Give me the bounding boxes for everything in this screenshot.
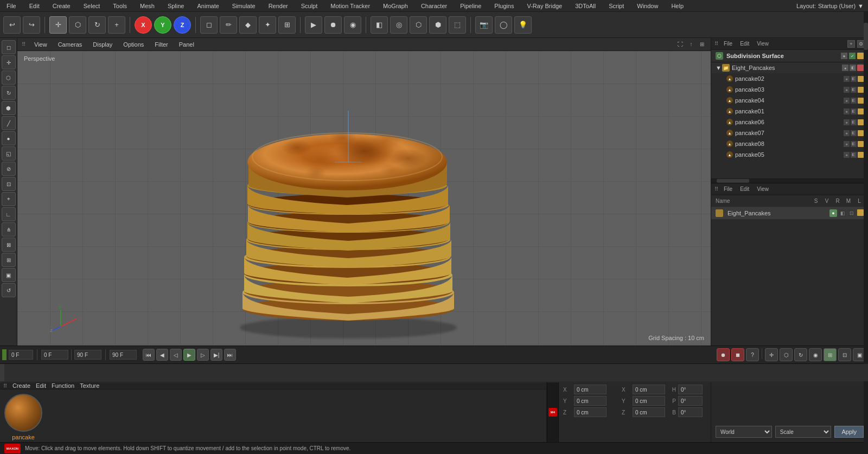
p02-v[interactable]: ●	[844, 76, 850, 82]
p03-r[interactable]: ◧	[851, 87, 857, 93]
ep-icon2[interactable]: ◧	[850, 65, 856, 71]
layout-selector[interactable]: Layout: Startup (User) ▼	[796, 3, 864, 9]
eight-pancakes-panel-item[interactable]: Eight_Pancakes ● ◧ ⊡	[711, 207, 868, 219]
om-view-menu[interactable]: View	[755, 40, 771, 47]
viewport-icon-3[interactable]: ⊞	[698, 40, 706, 49]
ep-s-icon[interactable]: ●	[829, 209, 837, 217]
menu-create[interactable]: Create	[50, 2, 73, 10]
menu-select[interactable]: Select	[81, 2, 103, 10]
menu-tools[interactable]: Tools	[111, 2, 129, 10]
paint-tool[interactable]: ✏	[220, 16, 237, 34]
y-axis-button[interactable]: Y	[154, 16, 171, 34]
rp-scrollbar-thumb-v[interactable]	[864, 38, 868, 50]
sub-check-icon[interactable]: ✓	[849, 53, 856, 59]
rp-scrollbar-h[interactable]	[711, 179, 868, 183]
menu-window[interactable]: Window	[635, 2, 660, 10]
ep-v-icon[interactable]: ◧	[839, 209, 846, 217]
viewport-icon-2[interactable]: ↑	[687, 40, 695, 49]
menu-help[interactable]: Help	[669, 2, 686, 10]
light-tool[interactable]: 💡	[514, 16, 532, 34]
pancake03-item[interactable]: ▲ pancake03 ● ◧	[711, 84, 868, 95]
play-forward-tool[interactable]: ▶	[305, 16, 322, 34]
p06-color[interactable]	[858, 119, 864, 125]
mat-texture-menu[interactable]: Texture	[80, 382, 99, 389]
p02-r[interactable]: ◧	[851, 76, 857, 82]
menu-simulate[interactable]: Simulate	[230, 2, 258, 10]
scale-select[interactable]: Scale	[775, 426, 832, 438]
sub-vis-icon[interactable]: ●	[841, 53, 847, 59]
sidebar-measure-tool[interactable]: ∟	[2, 207, 16, 221]
pancake04-item[interactable]: ▲ pancake04 ● ◧	[711, 95, 868, 106]
extra-btn-2[interactable]: ⬡	[780, 348, 793, 361]
am-edit-menu[interactable]: Edit	[738, 186, 751, 193]
menu-edit[interactable]: Edit	[27, 2, 42, 10]
menu-script[interactable]: Script	[607, 2, 626, 10]
stop-button[interactable]: ⏹	[731, 348, 744, 361]
p05-r[interactable]: ◧	[851, 152, 857, 158]
p01-v[interactable]: ●	[844, 108, 850, 114]
ep-r-icon[interactable]: ⊡	[848, 209, 856, 217]
ep-panel-color[interactable]	[857, 209, 864, 216]
scale-tool[interactable]: ⬡	[69, 16, 86, 34]
sidebar-bend-tool[interactable]: ↺	[2, 283, 16, 297]
p07-r[interactable]: ◧	[851, 130, 857, 136]
sidebar-edge-tool[interactable]: ╱	[2, 116, 16, 130]
rp-scrollbar-thumb-h[interactable]	[717, 179, 749, 183]
sidebar-scale-tool[interactable]: ⬡	[2, 71, 16, 85]
viewport-menu-options[interactable]: Options	[121, 40, 146, 49]
p01-r[interactable]: ◧	[851, 108, 857, 114]
menu-plugins[interactable]: Plugins	[492, 2, 516, 10]
record-active-button[interactable]: ⏺	[717, 348, 730, 361]
undo-button[interactable]: ↩	[3, 16, 21, 34]
layout-dropdown-icon[interactable]: ▼	[858, 3, 864, 9]
end-frame-input[interactable]	[74, 350, 101, 360]
transform-tool[interactable]: +	[108, 16, 125, 34]
am-view-menu[interactable]: View	[755, 186, 771, 193]
apply-button[interactable]: Apply	[834, 426, 864, 438]
z-axis-button[interactable]: Z	[174, 16, 191, 34]
ep-icon1[interactable]: ●	[842, 65, 848, 71]
current-frame-input[interactable]	[9, 350, 33, 360]
p06-r[interactable]: ◧	[851, 119, 857, 125]
x-input[interactable]	[574, 385, 607, 394]
menu-mesh[interactable]: Mesh	[138, 2, 157, 10]
play-back-button[interactable]: ◁	[170, 349, 182, 361]
sidebar-tweak-tool[interactable]: ⊡	[2, 177, 16, 191]
menu-3dtoall[interactable]: 3DToAll	[573, 2, 598, 10]
target-tool[interactable]: ◯	[495, 16, 512, 34]
pancake06-item[interactable]: ▲ pancake06 ● ◧	[711, 117, 868, 127]
sidebar-select-tool[interactable]: ◻	[2, 40, 16, 54]
go-end-button[interactable]: ⏭	[224, 349, 236, 361]
ep-color[interactable]	[857, 65, 864, 71]
sidebar-point-tool[interactable]: ●	[2, 131, 16, 145]
redo-button[interactable]: ↪	[23, 16, 40, 34]
p04-color[interactable]	[858, 98, 864, 104]
camera-obj-tool[interactable]: 📷	[475, 16, 493, 34]
play-fwd-button[interactable]: ▷	[197, 349, 209, 361]
p07-v[interactable]: ●	[844, 130, 850, 136]
move-tool[interactable]: ✛	[49, 16, 67, 34]
mat-create-menu[interactable]: Create	[12, 382, 30, 389]
p07-color[interactable]	[858, 130, 864, 136]
extra-btn-6[interactable]: ⊡	[838, 348, 851, 361]
y2-input[interactable]	[633, 396, 665, 406]
menu-spline[interactable]: Spline	[165, 2, 187, 10]
x2-input[interactable]	[633, 385, 665, 394]
menu-mograph[interactable]: MoGraph	[381, 2, 410, 10]
p02-color[interactable]	[858, 76, 864, 82]
menu-sculpt[interactable]: Sculpt	[299, 2, 320, 10]
material-swatch[interactable]	[4, 394, 42, 432]
extra-btn-4[interactable]: ◉	[809, 348, 822, 361]
om-edit-menu[interactable]: Edit	[738, 40, 751, 47]
y-input[interactable]	[574, 396, 607, 406]
mat-edit-menu[interactable]: Edit	[36, 382, 46, 389]
end-frame-2-input[interactable]	[110, 350, 137, 360]
sidebar-magnet-tool[interactable]: ⋔	[2, 222, 16, 236]
extra-btn-1[interactable]: ✛	[765, 348, 778, 361]
z2-input[interactable]	[633, 407, 665, 417]
sidebar-move-tool[interactable]: ✛	[2, 55, 16, 69]
am-file-menu[interactable]: File	[722, 186, 735, 193]
rotate-tool[interactable]: ↻	[88, 16, 106, 34]
pancake07-item[interactable]: ▲ pancake07 ● ◧	[711, 127, 868, 138]
viewport-menu-panel[interactable]: Panel	[177, 40, 196, 49]
